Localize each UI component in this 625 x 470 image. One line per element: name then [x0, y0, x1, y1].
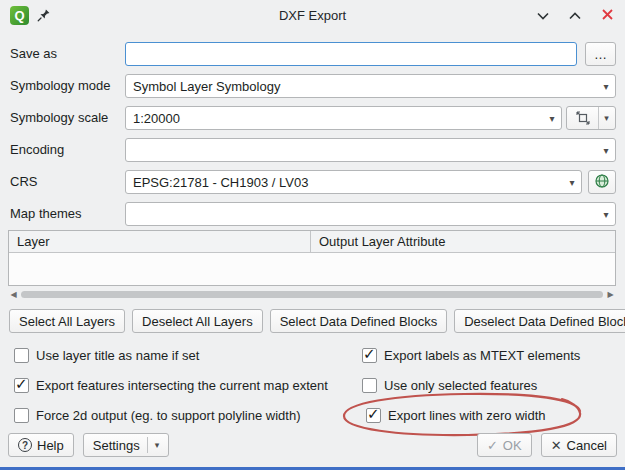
dxf-export-dialog: Q DXF Export Save as … Symbology mode Sy… [0, 0, 625, 470]
encoding-label: Encoding [10, 138, 64, 162]
close-icon [602, 8, 613, 23]
column-header-layer[interactable]: Layer [9, 231, 311, 252]
close-button[interactable] [599, 7, 615, 23]
x-icon: ✕ [551, 438, 562, 453]
checkbox-box[interactable] [14, 378, 29, 393]
symbology-mode-combo[interactable]: Symbol Layer Symbology ▾ [125, 74, 616, 98]
table-horizontal-scrollbar[interactable]: ◀ ▶ [8, 289, 616, 300]
table-header-row: Layer Output Layer Attribute [9, 231, 615, 253]
checkbox-box[interactable] [366, 408, 381, 423]
cancel-label: Cancel [567, 438, 607, 453]
deselect-all-layers-button[interactable]: Deselect All Layers [132, 309, 263, 333]
check-icon: ✓ [487, 438, 498, 453]
chevron-down-icon: ▾ [155, 440, 160, 450]
crs-label: CRS [10, 170, 37, 194]
checkbox-label: Export lines with zero width [388, 408, 546, 423]
checkbox-intersecting-extent[interactable]: Export features intersecting the current… [14, 377, 328, 394]
checkbox-label: Use only selected features [384, 378, 537, 393]
help-label: Help [37, 438, 64, 453]
checkbox-label: Export labels as MTEXT elements [384, 348, 580, 363]
checkbox-box[interactable] [14, 408, 29, 423]
table-body[interactable] [9, 253, 615, 285]
title-bar: Q DXF Export [0, 0, 625, 30]
ok-button[interactable]: ✓ OK [477, 433, 532, 457]
settings-button[interactable]: Settings ▾ [83, 433, 170, 457]
chevron-up-icon [569, 8, 581, 23]
save-as-label: Save as [10, 42, 57, 66]
save-as-input[interactable] [125, 42, 577, 66]
column-header-output-layer-attribute[interactable]: Output Layer Attribute [311, 231, 615, 252]
qgis-logo-icon: Q [10, 6, 29, 25]
encoding-combo[interactable]: ▾ [125, 138, 616, 162]
crs-value: EPSG:21781 - CH1903 / LV03 [133, 175, 563, 190]
checkbox-force-2d-output[interactable]: Force 2d output (eg. to support polyline… [14, 407, 300, 424]
browse-button[interactable]: … [585, 42, 616, 66]
checkbox-label: Force 2d output (eg. to support polyline… [36, 408, 300, 423]
pin-icon[interactable] [37, 8, 51, 22]
checkbox-box[interactable] [362, 348, 377, 363]
scroll-left-icon[interactable]: ◀ [8, 289, 19, 300]
checkbox-box[interactable] [362, 378, 377, 393]
chevron-down-icon [537, 8, 549, 23]
chevron-down-icon: ▾ [597, 209, 615, 220]
layers-table[interactable]: Layer Output Layer Attribute [8, 230, 616, 286]
checkbox-export-mtext[interactable]: Export labels as MTEXT elements [362, 347, 580, 364]
map-scale-button[interactable]: ▾ [566, 106, 616, 130]
map-scale-icon [567, 107, 599, 129]
crs-combo[interactable]: EPSG:21781 - CH1903 / LV03 ▾ [125, 170, 582, 194]
help-button[interactable]: ? Help [8, 433, 74, 457]
maximize-button[interactable] [567, 7, 583, 23]
map-themes-combo[interactable]: ▾ [125, 202, 616, 226]
chevron-down-icon: ▾ [597, 81, 615, 92]
checkbox-use-layer-title[interactable]: Use layer title as name if set [14, 347, 199, 364]
chevron-down-icon[interactable]: ▾ [599, 107, 614, 129]
scroll-right-icon[interactable]: ▶ [605, 289, 616, 300]
select-all-layers-button[interactable]: Select All Layers [9, 309, 125, 333]
chevron-down-icon: ▾ [597, 145, 615, 156]
chevron-down-icon: ▾ [543, 113, 561, 124]
checkbox-label: Export features intersecting the current… [36, 378, 328, 393]
symbology-scale-value: 1:20000 [133, 111, 543, 126]
map-themes-label: Map themes [10, 202, 82, 226]
scrollbar-thumb[interactable] [21, 291, 603, 298]
symbology-scale-combo[interactable]: 1:20000 ▾ [125, 106, 562, 130]
checkbox-box[interactable] [14, 348, 29, 363]
crs-select-button[interactable] [588, 170, 616, 194]
ellipsis-icon: … [594, 47, 607, 62]
checkbox-only-selected-features[interactable]: Use only selected features [362, 377, 537, 394]
deselect-data-defined-blocks-button[interactable]: Deselect Data Defined Blocks [454, 309, 625, 333]
ok-label: OK [503, 438, 522, 453]
minimize-button[interactable] [535, 7, 551, 23]
crs-globe-icon [594, 173, 610, 192]
select-data-defined-blocks-button[interactable]: Select Data Defined Blocks [270, 309, 448, 333]
settings-label: Settings [93, 438, 140, 453]
symbology-mode-value: Symbol Layer Symbology [133, 79, 597, 94]
cancel-button[interactable]: ✕ Cancel [541, 433, 617, 457]
symbology-mode-label: Symbology mode [10, 74, 110, 98]
checkbox-label: Use layer title as name if set [36, 348, 199, 363]
checkbox-export-lines-zero-width[interactable]: Export lines with zero width [366, 407, 546, 424]
chevron-down-icon: ▾ [563, 177, 581, 188]
divider [147, 437, 148, 453]
symbology-scale-label: Symbology scale [10, 106, 108, 130]
help-icon: ? [18, 438, 32, 452]
window-title: DXF Export [0, 8, 625, 23]
